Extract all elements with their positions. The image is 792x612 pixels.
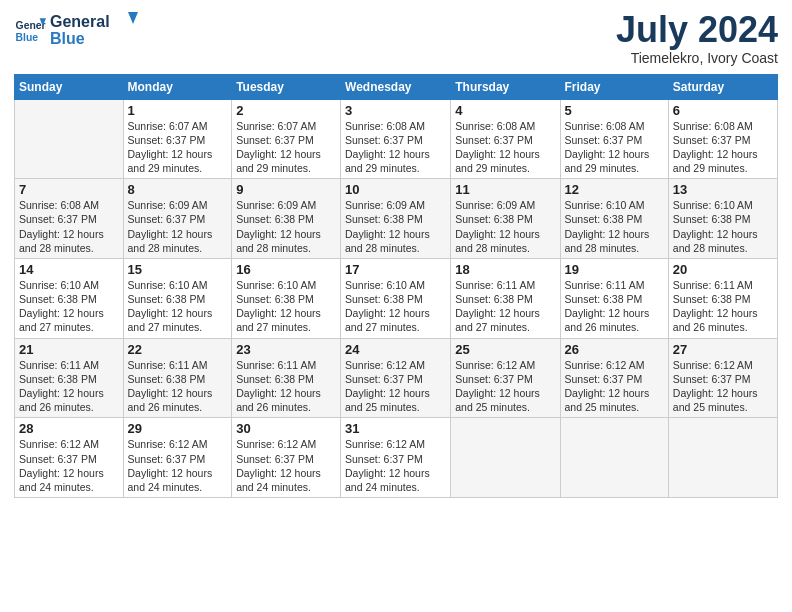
svg-text:General: General [50,13,110,30]
day-info: Sunrise: 6:10 AMSunset: 6:38 PMDaylight:… [19,278,119,335]
day-info: Sunrise: 6:12 AMSunset: 6:37 PMDaylight:… [128,437,228,494]
day-number: 2 [236,103,336,118]
day-info: Sunrise: 6:10 AMSunset: 6:38 PMDaylight:… [565,198,664,255]
location: Tiemelekro, Ivory Coast [616,50,778,66]
day-info: Sunrise: 6:10 AMSunset: 6:38 PMDaylight:… [673,198,773,255]
day-cell: 29Sunrise: 6:12 AMSunset: 6:37 PMDayligh… [123,418,232,498]
day-info: Sunrise: 6:12 AMSunset: 6:37 PMDaylight:… [345,437,446,494]
day-cell: 28Sunrise: 6:12 AMSunset: 6:37 PMDayligh… [15,418,124,498]
day-cell: 12Sunrise: 6:10 AMSunset: 6:38 PMDayligh… [560,179,668,259]
week-row-5: 28Sunrise: 6:12 AMSunset: 6:37 PMDayligh… [15,418,778,498]
title-area: July 2024 Tiemelekro, Ivory Coast [616,10,778,66]
day-cell [451,418,560,498]
day-cell: 13Sunrise: 6:10 AMSunset: 6:38 PMDayligh… [668,179,777,259]
day-cell: 3Sunrise: 6:08 AMSunset: 6:37 PMDaylight… [341,99,451,179]
day-info: Sunrise: 6:11 AMSunset: 6:38 PMDaylight:… [565,278,664,335]
day-number: 10 [345,182,446,197]
week-row-4: 21Sunrise: 6:11 AMSunset: 6:38 PMDayligh… [15,338,778,418]
day-info: Sunrise: 6:11 AMSunset: 6:38 PMDaylight:… [128,358,228,415]
day-cell: 19Sunrise: 6:11 AMSunset: 6:38 PMDayligh… [560,258,668,338]
day-info: Sunrise: 6:07 AMSunset: 6:37 PMDaylight:… [236,119,336,176]
day-cell: 9Sunrise: 6:09 AMSunset: 6:38 PMDaylight… [232,179,341,259]
week-row-3: 14Sunrise: 6:10 AMSunset: 6:38 PMDayligh… [15,258,778,338]
day-info: Sunrise: 6:09 AMSunset: 6:38 PMDaylight:… [236,198,336,255]
day-info: Sunrise: 6:12 AMSunset: 6:37 PMDaylight:… [345,358,446,415]
page-container: General Blue General Blue July 2024 Tiem… [0,0,792,508]
day-number: 7 [19,182,119,197]
day-info: Sunrise: 6:11 AMSunset: 6:38 PMDaylight:… [455,278,555,335]
day-number: 26 [565,342,664,357]
day-number: 3 [345,103,446,118]
day-cell: 4Sunrise: 6:08 AMSunset: 6:37 PMDaylight… [451,99,560,179]
day-number: 12 [565,182,664,197]
day-cell: 18Sunrise: 6:11 AMSunset: 6:38 PMDayligh… [451,258,560,338]
day-cell: 1Sunrise: 6:07 AMSunset: 6:37 PMDaylight… [123,99,232,179]
day-cell: 21Sunrise: 6:11 AMSunset: 6:38 PMDayligh… [15,338,124,418]
day-cell: 26Sunrise: 6:12 AMSunset: 6:37 PMDayligh… [560,338,668,418]
day-cell: 15Sunrise: 6:10 AMSunset: 6:38 PMDayligh… [123,258,232,338]
logo-icon: General Blue [14,15,46,47]
svg-marker-6 [128,12,138,24]
day-number: 1 [128,103,228,118]
day-number: 23 [236,342,336,357]
day-number: 29 [128,421,228,436]
day-info: Sunrise: 6:08 AMSunset: 6:37 PMDaylight:… [455,119,555,176]
header-row: SundayMondayTuesdayWednesdayThursdayFrid… [15,74,778,99]
day-number: 14 [19,262,119,277]
header-cell-saturday: Saturday [668,74,777,99]
day-number: 8 [128,182,228,197]
day-number: 20 [673,262,773,277]
day-number: 22 [128,342,228,357]
header: General Blue General Blue July 2024 Tiem… [14,10,778,66]
day-info: Sunrise: 6:11 AMSunset: 6:38 PMDaylight:… [673,278,773,335]
day-info: Sunrise: 6:10 AMSunset: 6:38 PMDaylight:… [128,278,228,335]
day-info: Sunrise: 6:11 AMSunset: 6:38 PMDaylight:… [19,358,119,415]
day-info: Sunrise: 6:12 AMSunset: 6:37 PMDaylight:… [565,358,664,415]
day-number: 5 [565,103,664,118]
day-cell: 22Sunrise: 6:11 AMSunset: 6:38 PMDayligh… [123,338,232,418]
day-number: 9 [236,182,336,197]
day-info: Sunrise: 6:09 AMSunset: 6:37 PMDaylight:… [128,198,228,255]
day-number: 28 [19,421,119,436]
day-number: 4 [455,103,555,118]
day-cell: 10Sunrise: 6:09 AMSunset: 6:38 PMDayligh… [341,179,451,259]
day-cell [560,418,668,498]
day-info: Sunrise: 6:11 AMSunset: 6:38 PMDaylight:… [236,358,336,415]
day-number: 15 [128,262,228,277]
day-number: 11 [455,182,555,197]
day-number: 27 [673,342,773,357]
day-cell: 24Sunrise: 6:12 AMSunset: 6:37 PMDayligh… [341,338,451,418]
month-title: July 2024 [616,10,778,50]
day-cell: 11Sunrise: 6:09 AMSunset: 6:38 PMDayligh… [451,179,560,259]
day-number: 24 [345,342,446,357]
day-cell: 14Sunrise: 6:10 AMSunset: 6:38 PMDayligh… [15,258,124,338]
day-info: Sunrise: 6:08 AMSunset: 6:37 PMDaylight:… [565,119,664,176]
logo: General Blue General Blue [14,10,140,53]
day-number: 13 [673,182,773,197]
day-info: Sunrise: 6:09 AMSunset: 6:38 PMDaylight:… [455,198,555,255]
day-number: 19 [565,262,664,277]
day-number: 16 [236,262,336,277]
day-info: Sunrise: 6:07 AMSunset: 6:37 PMDaylight:… [128,119,228,176]
day-info: Sunrise: 6:08 AMSunset: 6:37 PMDaylight:… [19,198,119,255]
header-cell-sunday: Sunday [15,74,124,99]
header-cell-thursday: Thursday [451,74,560,99]
day-cell: 6Sunrise: 6:08 AMSunset: 6:37 PMDaylight… [668,99,777,179]
header-cell-monday: Monday [123,74,232,99]
day-info: Sunrise: 6:08 AMSunset: 6:37 PMDaylight:… [345,119,446,176]
day-number: 21 [19,342,119,357]
calendar-table: SundayMondayTuesdayWednesdayThursdayFrid… [14,74,778,498]
week-row-1: 1Sunrise: 6:07 AMSunset: 6:37 PMDaylight… [15,99,778,179]
day-cell: 16Sunrise: 6:10 AMSunset: 6:38 PMDayligh… [232,258,341,338]
header-cell-friday: Friday [560,74,668,99]
day-number: 6 [673,103,773,118]
logo-text: General Blue [50,10,140,53]
svg-text:Blue: Blue [50,30,85,47]
day-cell: 27Sunrise: 6:12 AMSunset: 6:37 PMDayligh… [668,338,777,418]
day-info: Sunrise: 6:09 AMSunset: 6:38 PMDaylight:… [345,198,446,255]
svg-text:Blue: Blue [16,32,39,43]
day-number: 31 [345,421,446,436]
day-number: 30 [236,421,336,436]
day-cell: 17Sunrise: 6:10 AMSunset: 6:38 PMDayligh… [341,258,451,338]
day-info: Sunrise: 6:12 AMSunset: 6:37 PMDaylight:… [455,358,555,415]
